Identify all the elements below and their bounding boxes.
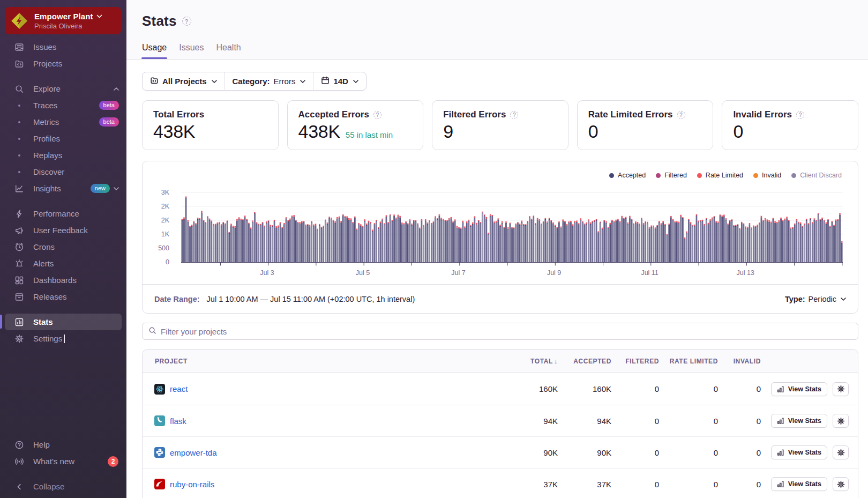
table-cell: 37K [504,480,558,489]
sidebar-item-performance[interactable]: Performance [0,205,126,222]
bullet-icon [18,105,20,107]
project-search-input[interactable] [161,327,852,336]
sidebar: Empower Plant Priscila Oliveira IssuesPr… [0,0,126,498]
table-cell: 90K [558,448,611,457]
sidebar-item-stats[interactable]: Stats [5,314,122,330]
stat-card-value: 438K [298,121,340,142]
chevron-down-icon [353,80,358,83]
table-cell: 0 [659,480,718,489]
column-header-total[interactable]: TOTAL↓ [504,357,558,365]
stat-card-invalid-errors: Invalid Errors?0 [722,100,858,150]
svg-text:Jul 3: Jul 3 [260,269,274,277]
svg-text:Jul 11: Jul 11 [641,269,658,277]
project-filter[interactable]: All Projects [143,72,225,90]
help-icon[interactable]: ? [373,111,381,119]
project-settings-button[interactable] [833,414,849,428]
table-cell: 94K [504,417,558,426]
tab-health[interactable]: Health [216,43,241,59]
sidebar-item-user-feedback[interactable]: User Feedback [0,222,126,239]
sidebar-item-help[interactable]: Help [0,436,126,453]
date-range-value: Jul 1 10:00 AM — Jul 15 11:00 AM (+02:00… [207,295,415,303]
sidebar-item-insights[interactable]: Insightsnew [0,180,126,197]
svg-text:500: 500 [158,244,169,252]
svg-text:Jul 9: Jul 9 [547,269,561,277]
page-title: Stats [142,13,177,29]
gear-icon [837,385,845,393]
project-search [142,323,858,340]
sidebar-item-dashboards[interactable]: Dashboards [0,272,126,288]
sidebar-item-explore[interactable]: Explore [0,80,126,97]
tab-usage[interactable]: Usage [142,43,167,59]
chevron-down-icon [841,298,846,301]
stat-cards: Total Errors438KAccepted Errors?438K55 i… [142,100,858,150]
table-cell: 94K [558,417,611,426]
help-icon[interactable]: ? [510,111,518,119]
table-cell: 37K [558,480,611,489]
sidebar-item-label: Metrics [33,117,59,127]
column-header-rate-limited[interactable]: RATE LIMITED [659,358,718,365]
sidebar-item-label: Stats [33,317,53,326]
column-header-invalid[interactable]: INVALID [718,358,761,365]
chevron-down-icon [300,80,305,83]
project-settings-button[interactable] [833,445,849,459]
org-switcher[interactable]: Empower Plant Priscila Oliveira [5,7,121,34]
table-row-ruby-on-rails: ruby-on-rails37K37K000View Stats [143,468,858,498]
tab-issues[interactable]: Issues [179,43,204,59]
platform-icon-rails [154,479,165,489]
stat-card-title: Invalid Errors [733,109,792,120]
sidebar-section: ExploreTracesbetaMetricsbetaProfilesRepl… [0,80,126,197]
view-stats-button[interactable]: View Stats [771,445,827,459]
category-filter[interactable]: Category: Errors [225,72,313,90]
date-range-filter[interactable]: 14D [313,72,366,90]
bar-chart-icon [777,480,784,488]
help-icon[interactable]: ? [796,111,804,119]
sidebar-item-label: Alerts [33,259,54,268]
column-header-filtered[interactable]: FILTERED [611,358,659,365]
sidebar-item-replays[interactable]: Replays [0,147,126,163]
column-header-accepted[interactable]: ACCEPTED [558,358,611,365]
chevron-down-icon [114,187,119,190]
help-icon[interactable]: ? [677,111,685,119]
platform-icon-react [154,384,165,395]
project-link[interactable]: empower-tda [170,448,217,457]
table-row-flask: flask94K94K000View Stats [143,405,858,436]
sidebar-item-profiles[interactable]: Profiles [0,130,126,147]
bullet-icon [18,121,20,123]
chevron-down-icon [212,80,217,83]
sidebar-item-issues[interactable]: Issues [0,39,126,55]
sidebar-item-label: Crons [33,242,55,251]
sidebar-item-traces[interactable]: Tracesbeta [0,97,126,114]
issues-icon [14,42,24,52]
project-link[interactable]: flask [170,417,186,426]
view-stats-button[interactable]: View Stats [771,382,827,396]
beta-badge: beta [99,117,119,127]
page-title-help-icon[interactable]: ? [182,17,191,26]
sidebar-item-settings[interactable]: Settings [0,330,126,347]
table-cell: 90K [504,448,558,457]
chart-type-label: Type: [785,295,805,303]
user-feedback-icon [14,226,24,235]
project-link[interactable]: ruby-on-rails [170,480,214,489]
sidebar-item-discover[interactable]: Discover [0,163,126,180]
chart-type-select[interactable]: Type: Periodic [785,295,846,303]
sidebar-item-releases[interactable]: Releases [0,288,126,305]
table-cell: 0 [611,417,659,426]
sidebar-item-projects[interactable]: Projects [0,55,126,72]
project-settings-button[interactable] [833,477,849,491]
folder-code-icon [150,76,159,86]
view-stats-button[interactable]: View Stats [771,414,827,428]
view-stats-button[interactable]: View Stats [771,477,827,491]
project-link[interactable]: react [170,384,188,393]
sidebar-item-collapse[interactable]: Collapse [0,478,126,495]
crons-icon [14,242,24,252]
sidebar-item-alerts[interactable]: Alerts [0,255,126,272]
sidebar-item-metrics[interactable]: Metricsbeta [0,114,126,130]
sidebar-item-crons[interactable]: Crons [0,239,126,255]
sidebar-item-label: Issues [33,42,56,51]
usage-chart-card: AcceptedFilteredRate LimitedInvalidClien… [142,161,858,314]
date-range-label: Date Range: [154,295,200,303]
project-settings-button[interactable] [833,382,849,396]
beta-badge: beta [99,101,119,110]
sidebar-item-whats-new[interactable]: What's new2 [0,453,126,470]
table-cell: 0 [718,417,761,426]
